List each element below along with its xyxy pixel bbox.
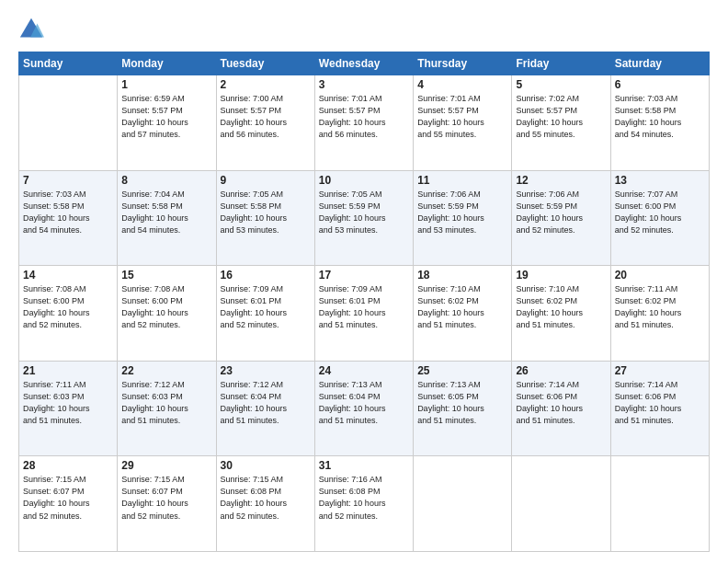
day-number: 4: [417, 78, 507, 91]
calendar-week-row: 1Sunrise: 6:59 AM Sunset: 5:57 PM Daylig…: [19, 75, 710, 171]
day-info: Sunrise: 7:14 AM Sunset: 6:06 PM Dayligh…: [615, 379, 705, 427]
calendar-cell: [610, 456, 709, 552]
day-number: 13: [615, 174, 705, 187]
day-info: Sunrise: 7:03 AM Sunset: 5:58 PM Dayligh…: [615, 93, 705, 141]
calendar-cell: 31Sunrise: 7:16 AM Sunset: 6:08 PM Dayli…: [314, 456, 413, 552]
calendar-cell: [512, 456, 610, 552]
calendar-day-header: Saturday: [610, 52, 709, 75]
calendar-day-header: Wednesday: [314, 52, 413, 75]
day-number: 2: [221, 78, 311, 91]
day-info: Sunrise: 7:05 AM Sunset: 5:58 PM Dayligh…: [221, 189, 311, 236]
day-number: 19: [516, 269, 606, 282]
day-number: 25: [417, 364, 507, 377]
logo-icon: [18, 17, 44, 42]
day-info: Sunrise: 7:10 AM Sunset: 6:02 PM Dayligh…: [516, 283, 606, 331]
calendar-cell: 28Sunrise: 7:15 AM Sunset: 6:07 PM Dayli…: [19, 456, 118, 552]
day-number: 9: [221, 174, 311, 187]
day-number: 29: [121, 459, 211, 472]
calendar-cell: 11Sunrise: 7:06 AM Sunset: 5:59 PM Dayli…: [414, 170, 512, 266]
day-info: Sunrise: 7:06 AM Sunset: 5:59 PM Dayligh…: [417, 189, 507, 236]
day-info: Sunrise: 7:15 AM Sunset: 6:07 PM Dayligh…: [23, 474, 113, 522]
day-number: 3: [319, 78, 409, 91]
day-info: Sunrise: 7:07 AM Sunset: 6:00 PM Dayligh…: [615, 189, 705, 236]
day-number: 18: [417, 269, 507, 282]
day-info: Sunrise: 7:12 AM Sunset: 6:03 PM Dayligh…: [121, 379, 211, 427]
calendar-cell: 20Sunrise: 7:11 AM Sunset: 6:02 PM Dayli…: [610, 266, 709, 362]
day-number: 7: [23, 174, 113, 187]
calendar-cell: 17Sunrise: 7:09 AM Sunset: 6:01 PM Dayli…: [314, 266, 413, 362]
day-number: 20: [615, 269, 705, 282]
day-number: 23: [221, 364, 311, 377]
day-number: 27: [615, 364, 705, 377]
calendar-week-row: 28Sunrise: 7:15 AM Sunset: 6:07 PM Dayli…: [19, 456, 710, 552]
day-number: 16: [221, 269, 311, 282]
day-number: 6: [615, 78, 705, 91]
day-number: 1: [121, 78, 211, 91]
day-number: 31: [319, 459, 409, 472]
day-info: Sunrise: 7:15 AM Sunset: 6:08 PM Dayligh…: [221, 474, 311, 522]
calendar-cell: [19, 75, 118, 171]
calendar-cell: 6Sunrise: 7:03 AM Sunset: 5:58 PM Daylig…: [610, 75, 709, 171]
calendar-cell: 23Sunrise: 7:12 AM Sunset: 6:04 PM Dayli…: [216, 361, 314, 456]
day-number: 30: [221, 459, 311, 472]
calendar-cell: 12Sunrise: 7:06 AM Sunset: 5:59 PM Dayli…: [512, 170, 610, 266]
header: [18, 17, 710, 42]
day-number: 24: [319, 364, 409, 377]
calendar-cell: 14Sunrise: 7:08 AM Sunset: 6:00 PM Dayli…: [19, 266, 118, 362]
calendar-cell: [414, 456, 512, 552]
calendar-day-header: Thursday: [414, 52, 512, 75]
day-number: 28: [23, 459, 113, 472]
calendar-cell: 26Sunrise: 7:14 AM Sunset: 6:06 PM Dayli…: [512, 361, 610, 456]
calendar-day-header: Monday: [118, 52, 216, 75]
page: SundayMondayTuesdayWednesdayThursdayFrid…: [0, 0, 728, 563]
calendar-cell: 29Sunrise: 7:15 AM Sunset: 6:07 PM Dayli…: [118, 456, 216, 552]
day-number: 14: [23, 269, 113, 282]
day-info: Sunrise: 7:02 AM Sunset: 5:57 PM Dayligh…: [516, 93, 606, 141]
day-info: Sunrise: 7:13 AM Sunset: 6:04 PM Dayligh…: [319, 379, 409, 427]
calendar-cell: 21Sunrise: 7:11 AM Sunset: 6:03 PM Dayli…: [19, 361, 118, 456]
day-info: Sunrise: 7:05 AM Sunset: 5:59 PM Dayligh…: [319, 189, 409, 236]
day-info: Sunrise: 7:01 AM Sunset: 5:57 PM Dayligh…: [319, 93, 409, 141]
calendar-day-header: Tuesday: [216, 52, 314, 75]
day-info: Sunrise: 7:09 AM Sunset: 6:01 PM Dayligh…: [319, 283, 409, 331]
day-info: Sunrise: 6:59 AM Sunset: 5:57 PM Dayligh…: [121, 93, 211, 141]
calendar-cell: 13Sunrise: 7:07 AM Sunset: 6:00 PM Dayli…: [610, 170, 709, 266]
calendar-cell: 1Sunrise: 6:59 AM Sunset: 5:57 PM Daylig…: [118, 75, 216, 171]
day-number: 17: [319, 269, 409, 282]
day-info: Sunrise: 7:16 AM Sunset: 6:08 PM Dayligh…: [319, 474, 409, 522]
day-number: 11: [417, 174, 507, 187]
logo: [18, 17, 49, 42]
day-number: 10: [319, 174, 409, 187]
day-number: 15: [121, 269, 211, 282]
day-number: 8: [121, 174, 211, 187]
calendar-day-header: Sunday: [19, 52, 118, 75]
calendar-cell: 22Sunrise: 7:12 AM Sunset: 6:03 PM Dayli…: [118, 361, 216, 456]
day-info: Sunrise: 7:12 AM Sunset: 6:04 PM Dayligh…: [221, 379, 311, 427]
calendar-cell: 25Sunrise: 7:13 AM Sunset: 6:05 PM Dayli…: [414, 361, 512, 456]
day-number: 21: [23, 364, 113, 377]
day-number: 26: [516, 364, 606, 377]
calendar-cell: 9Sunrise: 7:05 AM Sunset: 5:58 PM Daylig…: [216, 170, 314, 266]
calendar-cell: 24Sunrise: 7:13 AM Sunset: 6:04 PM Dayli…: [314, 361, 413, 456]
day-info: Sunrise: 7:10 AM Sunset: 6:02 PM Dayligh…: [417, 283, 507, 331]
day-number: 22: [121, 364, 211, 377]
calendar-cell: 8Sunrise: 7:04 AM Sunset: 5:58 PM Daylig…: [118, 170, 216, 266]
day-info: Sunrise: 7:08 AM Sunset: 6:00 PM Dayligh…: [121, 283, 211, 331]
day-info: Sunrise: 7:11 AM Sunset: 6:02 PM Dayligh…: [615, 283, 705, 331]
day-info: Sunrise: 7:01 AM Sunset: 5:57 PM Dayligh…: [417, 93, 507, 141]
calendar-cell: 15Sunrise: 7:08 AM Sunset: 6:00 PM Dayli…: [118, 266, 216, 362]
calendar-cell: 10Sunrise: 7:05 AM Sunset: 5:59 PM Dayli…: [314, 170, 413, 266]
calendar-cell: 27Sunrise: 7:14 AM Sunset: 6:06 PM Dayli…: [610, 361, 709, 456]
day-info: Sunrise: 7:03 AM Sunset: 5:58 PM Dayligh…: [23, 189, 113, 236]
calendar-header-row: SundayMondayTuesdayWednesdayThursdayFrid…: [19, 52, 710, 75]
day-info: Sunrise: 7:14 AM Sunset: 6:06 PM Dayligh…: [516, 379, 606, 427]
day-info: Sunrise: 7:15 AM Sunset: 6:07 PM Dayligh…: [121, 474, 211, 522]
day-info: Sunrise: 7:00 AM Sunset: 5:57 PM Dayligh…: [221, 93, 311, 141]
day-info: Sunrise: 7:09 AM Sunset: 6:01 PM Dayligh…: [221, 283, 311, 331]
calendar-week-row: 14Sunrise: 7:08 AM Sunset: 6:00 PM Dayli…: [19, 266, 710, 362]
calendar-week-row: 21Sunrise: 7:11 AM Sunset: 6:03 PM Dayli…: [19, 361, 710, 456]
calendar-cell: 2Sunrise: 7:00 AM Sunset: 5:57 PM Daylig…: [216, 75, 314, 171]
calendar-cell: 3Sunrise: 7:01 AM Sunset: 5:57 PM Daylig…: [314, 75, 413, 171]
day-info: Sunrise: 7:06 AM Sunset: 5:59 PM Dayligh…: [516, 189, 606, 236]
calendar-cell: 7Sunrise: 7:03 AM Sunset: 5:58 PM Daylig…: [19, 170, 118, 266]
